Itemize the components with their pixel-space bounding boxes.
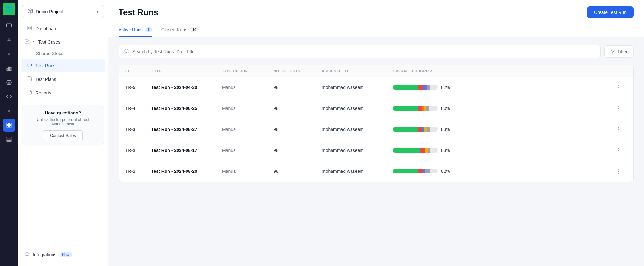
svg-rect-13 [10,126,11,127]
cell-count: 98 [274,106,322,111]
cell-title: Test Run - 2024-04-30 [151,85,222,90]
progress-cell: 82% [393,169,614,174]
grid-active-icon[interactable] [3,119,15,132]
sidebar: Demo Project ▾ Dashboard ▾ Test Cases Sh… [18,0,108,266]
filter-label: Filter [618,49,628,54]
dot-icon [3,48,15,61]
svg-rect-19 [30,26,32,28]
globe-icon[interactable]: 🌐 [3,3,15,15]
settings-icon[interactable] [3,76,15,89]
cell-id: TR-4 [125,106,151,111]
sidebar-item-test-plans[interactable]: Test Plans [21,73,105,86]
content-area: Filter ID TITLE TYPE OF RUN NO. OF TESTS… [108,37,644,266]
shared-steps-label: Shared Steps [36,51,63,56]
svg-marker-27 [611,50,615,54]
test-plans-icon [27,76,32,83]
more-button[interactable]: ⋮ [614,145,623,155]
table-row[interactable]: TR-1 Test Run - 2024-08-20 Manual 98 moh… [119,161,633,182]
tab-closed-runs[interactable]: Closed Runs 10 [161,23,199,37]
dashboard-icon [27,25,32,32]
col-id: ID [125,69,151,73]
more-actions[interactable]: ⋮ [614,82,627,93]
code-icon[interactable] [3,90,15,103]
reports-icon [27,90,32,96]
more-actions[interactable]: ⋮ [614,166,627,176]
more-button[interactable]: ⋮ [614,124,623,134]
test-cases-icon [24,39,30,45]
table-row[interactable]: TR-5 Test Run - 2024-04-30 Manual 98 moh… [119,77,633,98]
cell-title: Test Run - 2024-06-25 [151,106,222,111]
svg-rect-18 [28,26,29,28]
create-test-run-button[interactable]: Create Test Run [587,6,634,18]
sidebar-item-shared-steps[interactable]: Shared Steps [21,48,105,59]
test-plans-label: Test Plans [35,77,56,82]
cell-assigned: mohammad waseem [322,148,393,153]
cell-count: 98 [274,148,322,153]
active-runs-label: Active Runs [119,27,143,32]
svg-rect-15 [7,139,11,140]
project-name: Demo Project [36,9,94,14]
svg-marker-24 [25,252,29,256]
more-button[interactable]: ⋮ [614,103,623,113]
active-runs-badge: 5 [145,27,152,32]
cell-assigned: mohammad waseem [322,106,393,111]
cell-title: Test Run - 2024-08-20 [151,169,222,174]
sidebar-item-test-runs[interactable]: Test Runs [21,59,105,72]
page-title: Test Runs [119,7,159,17]
col-num-tests: NO. OF TESTS [274,69,322,73]
search-input[interactable] [132,49,595,54]
cell-count: 98 [274,85,322,90]
cell-id: TR-1 [125,169,151,174]
progress-bar [393,148,438,153]
table-row[interactable]: TR-3 Test Run - 2024-08-27 Manual 98 moh… [119,119,633,140]
progress-pct: 82% [441,85,453,90]
list-icon[interactable] [3,133,15,146]
svg-line-26 [128,52,129,53]
tab-active-runs[interactable]: Active Runs 5 [119,23,152,37]
table-row[interactable]: TR-4 Test Run - 2024-06-25 Manual 98 moh… [119,98,633,119]
svg-rect-14 [7,137,11,138]
integrations-icon [24,251,30,258]
progress-pct: 83% [441,127,453,132]
progress-pct: 80% [441,106,453,111]
svg-rect-7 [10,68,11,71]
chart-icon[interactable] [3,62,15,75]
test-runs-label: Test Runs [35,63,55,68]
search-box [119,45,601,58]
more-actions[interactable]: ⋮ [614,103,627,113]
closed-runs-badge: 10 [190,27,199,32]
contact-sales-button[interactable]: Contact Sales [43,130,83,141]
cell-count: 98 [274,169,322,174]
svg-rect-16 [7,141,11,142]
svg-point-4 [8,53,10,55]
filter-button[interactable]: Filter [604,45,634,58]
reports-label: Reports [35,90,51,95]
sidebar-item-integrations[interactable]: Integrations New [18,248,108,261]
progress-cell: 82% [393,85,614,90]
header-top: Test Runs Create Test Run [119,6,634,18]
cell-id: TR-5 [125,85,151,90]
more-actions[interactable]: ⋮ [614,145,627,155]
svg-rect-20 [28,28,29,30]
table-row[interactable]: TR-2 Test Run - 2024-08-17 Manual 98 moh… [119,140,633,161]
dot2-icon [3,104,15,117]
cell-assigned: mohammad waseem [322,127,393,132]
progress-bar [393,85,438,90]
more-button[interactable]: ⋮ [614,82,623,93]
sidebar-item-test-cases[interactable]: ▾ Test Cases [18,35,108,48]
cell-type: Manual [222,169,274,174]
project-selector[interactable]: Demo Project ▾ [22,5,104,18]
monitor-icon[interactable] [3,19,15,32]
cell-type: Manual [222,106,274,111]
progress-cell: 83% [393,148,614,153]
main-content: Test Runs Create Test Run Active Runs 5 … [108,0,644,266]
progress-cell: 80% [393,106,614,111]
sidebar-item-reports[interactable]: Reports [21,86,105,99]
person-icon[interactable] [3,34,15,46]
test-cases-label: Test Cases [38,39,60,44]
col-actions [614,69,627,73]
more-button[interactable]: ⋮ [614,166,623,176]
col-assigned: ASSIGNED TO [322,69,393,73]
sidebar-item-dashboard[interactable]: Dashboard [21,22,105,35]
more-actions[interactable]: ⋮ [614,124,627,134]
